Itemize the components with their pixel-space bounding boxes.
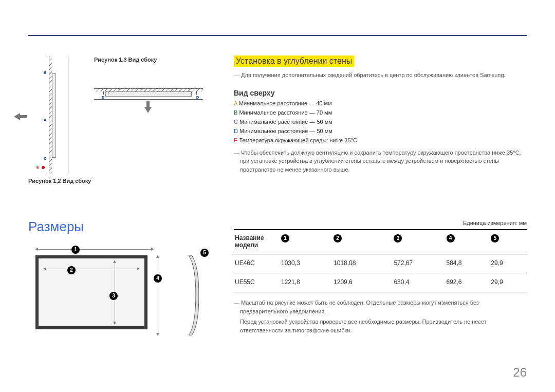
th-model: Название модели [234,230,280,254]
dim-arrow-2 [44,269,139,269]
arrow-down-icon [144,107,152,113]
temperature-dot [42,166,45,169]
footnote-2: Перед установкой устройства проверьте вс… [234,318,527,334]
dimensions-section: Размеры 1 2 3 4 5 [28,219,211,349]
fig13-caption: Рисунок 1,3 Вид сбоку [94,57,157,63]
front-view-rect [35,255,147,329]
wall-heading: Установка в углублении стены [234,55,354,67]
marker-5: 5 [200,247,209,257]
ventilation-note: Чтобы обеспечить должную вентиляцию и со… [234,148,527,174]
top-rule [28,35,527,36]
label-b: B [44,71,46,74]
dim-arrow-4 [158,255,158,335]
page-number: 26 [513,365,527,380]
figure-1-3: D D [94,66,203,100]
label-d-left: D [102,96,104,99]
th-1: 1 [280,230,332,254]
spec-c: C Минимальное расстояние — 50 мм [234,119,527,125]
th-5: 5 [490,230,527,254]
service-note: Для получения дополнительных сведений об… [234,71,527,80]
label-e: E [36,165,39,169]
fig12-caption: Рисунок 1,2 Вид сбоку [28,178,68,184]
label-a: A [44,118,46,122]
th-4: 4 [446,230,490,254]
top-view-heading: Вид сверху [234,89,527,97]
table-row: UE46C 1030,3 1018,08 572,67 584,8 29,9 [234,254,527,273]
dimensions-table: Название модели 1 2 3 4 5 UE46C 1030,3 1… [234,229,527,292]
marker-4: 4 [154,273,162,283]
th-2: 2 [332,230,393,254]
dimensions-figure: 1 2 3 4 5 [28,246,211,349]
marker-3: 3 [109,290,118,300]
label-c: C [44,157,46,160]
footnote-1: Масштаб на рисунке может быть не соблюде… [234,298,527,315]
side-profile [189,255,199,335]
spec-b: B Минимальное расстояние — 70 мм [234,109,527,116]
label-d-right: D [196,96,199,99]
arrow-left-icon [14,113,20,120]
th-3: 3 [393,230,445,254]
dimensions-heading: Размеры [28,219,211,235]
table-row: UE55C 1221,8 1209,6 680,4 692,6 29,9 [234,273,527,292]
spec-e: E Температура окружающей среды: ниже 35°… [234,137,527,143]
wall-install-section: Установка в углублении стены Для получен… [234,55,527,174]
marker-2: 2 [67,265,76,274]
figure-1-2: B A C E Рисунок 1,2 Вид сбоку [28,57,68,184]
table-footnotes: Масштаб на рисунке может быть не соблюде… [234,298,527,334]
spec-d: D Минимальное расстояние — 50 мм [234,128,527,134]
spec-a: A Минимальное расстояние — 40 мм [234,100,527,106]
device-top [105,91,192,97]
dim-arrow-1 [35,249,154,250]
page: Рисунок 1,3 Вид сбоку B A C E Рисунок 1,… [0,0,555,392]
marker-1: 1 [71,244,80,254]
unit-note: Единица измерения: мм [234,220,527,226]
device-side [52,73,56,158]
dimensions-table-block: Единица измерения: мм Название модели 1 … [234,220,527,337]
